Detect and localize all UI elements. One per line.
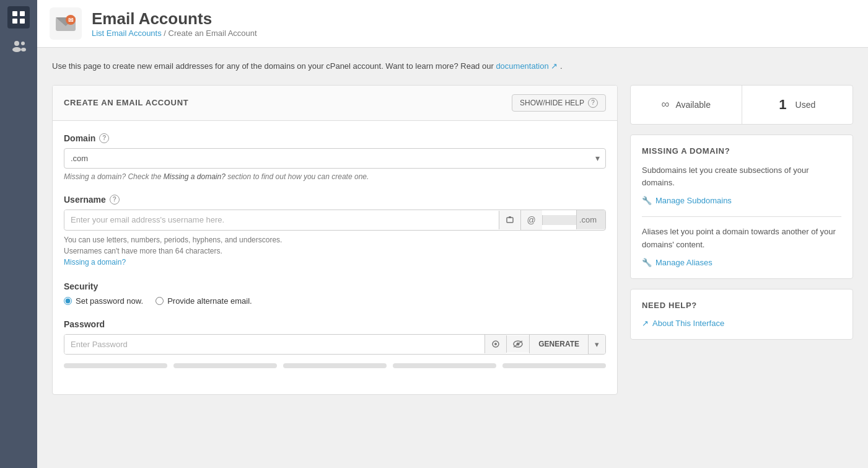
- breadcrumb: List Email Accounts / Create an Email Ac…: [92, 29, 257, 38]
- strength-bar-5: [502, 363, 606, 368]
- domain-select[interactable]: .com: [64, 148, 606, 169]
- at-symbol: @: [520, 210, 542, 230]
- domain-select-wrapper: .com: [64, 148, 606, 169]
- aliases-text: Aliases let you point a domain towards a…: [642, 226, 841, 252]
- domain-hint: Missing a domain? Check the Missing a do…: [64, 172, 606, 181]
- username-input[interactable]: [64, 210, 499, 229]
- show-hide-help-button[interactable]: SHOW/HIDE HELP ?: [512, 94, 606, 112]
- username-domain-suffix: [542, 215, 576, 225]
- stats-card: ∞ Available 1 Used: [630, 85, 853, 125]
- sidebar: [0, 0, 37, 468]
- security-group: Security Set password now. Provide alter…: [64, 281, 606, 306]
- used-stat: 1 Used: [742, 86, 853, 124]
- strength-bar-2: [173, 363, 277, 368]
- intro-paragraph: Use this page to create new email addres…: [52, 60, 853, 73]
- svg-point-4: [14, 41, 19, 46]
- password-strength-icon-button[interactable]: [484, 335, 506, 353]
- strength-bar-3: [283, 363, 387, 368]
- used-label: Used: [796, 100, 816, 110]
- right-sidebar: ∞ Available 1 Used MISSING A DOMAIN? Sub…: [630, 85, 853, 340]
- svg-rect-12: [507, 218, 513, 223]
- svg-point-15: [494, 343, 497, 345]
- available-stat: ∞ Available: [631, 86, 742, 124]
- manage-aliases-link[interactable]: 🔧 Manage Aliases: [642, 258, 841, 267]
- page-header-icon: ✉: [50, 7, 82, 40]
- generate-dropdown-button[interactable]: ▾: [588, 335, 605, 354]
- need-help-title: NEED HELP?: [642, 301, 841, 310]
- subdomains-text: Subdomains let you create subsections of…: [642, 164, 841, 190]
- svg-rect-13: [509, 216, 511, 218]
- breadcrumb-current: Create an Email Account: [169, 29, 257, 38]
- page-header: ✉ Email Accounts List Email Accounts / C…: [37, 0, 868, 48]
- main-content: ✉ Email Accounts List Email Accounts / C…: [37, 0, 868, 468]
- radio-set-password-option[interactable]: Set password now.: [64, 296, 143, 306]
- divider: [642, 216, 841, 217]
- create-email-panel: CREATE AN EMAIL ACCOUNT SHOW/HIDE HELP ?…: [52, 85, 618, 395]
- strength-bar-1: [64, 363, 167, 368]
- breadcrumb-link[interactable]: List Email Accounts: [92, 29, 162, 38]
- missing-domain-card: MISSING A DOMAIN? Subdomains let you cre…: [630, 135, 853, 279]
- content-area: Use this page to create new email addres…: [37, 48, 868, 468]
- header-text: Email Accounts List Email Accounts / Cre…: [92, 9, 257, 38]
- svg-rect-1: [20, 11, 25, 16]
- documentation-link[interactable]: documentation ↗: [496, 61, 560, 71]
- password-input[interactable]: [64, 335, 484, 354]
- username-row: @ .com: [64, 210, 606, 231]
- password-strength-bars: [64, 363, 606, 368]
- password-group: Password: [64, 319, 606, 368]
- missing-domain-link[interactable]: Missing a domain?: [64, 258, 126, 267]
- domain-label: Domain ?: [64, 133, 606, 143]
- svg-rect-2: [12, 19, 17, 24]
- radio-alternate-email-option[interactable]: Provide alternate email.: [156, 296, 252, 306]
- username-group: Username ?: [64, 195, 606, 268]
- content-grid: CREATE AN EMAIL ACCOUNT SHOW/HIDE HELP ?…: [52, 85, 853, 395]
- missing-domain-title: MISSING A DOMAIN?: [642, 146, 841, 156]
- form-body: Domain ? .com Missing a domain? Check th…: [53, 121, 617, 394]
- security-label: Security: [64, 281, 606, 291]
- about-interface-link[interactable]: ↗ About This Interface: [642, 319, 841, 328]
- svg-point-5: [12, 47, 21, 52]
- security-options: Set password now. Provide alternate emai…: [64, 296, 606, 306]
- external-link-icon: ↗: [642, 319, 649, 328]
- password-visibility-toggle[interactable]: [506, 335, 529, 353]
- available-label: Available: [675, 100, 711, 110]
- domain-group: Domain ? .com Missing a domain? Check th…: [64, 133, 606, 181]
- radio-alternate-email[interactable]: [156, 297, 164, 305]
- domain-help-icon[interactable]: ?: [99, 133, 109, 143]
- svg-point-6: [21, 42, 25, 45]
- password-label: Password: [64, 319, 606, 329]
- username-com-suffix: .com: [576, 210, 605, 229]
- sidebar-item-users[interactable]: [7, 35, 30, 57]
- radio-set-password[interactable]: [64, 297, 72, 305]
- strength-bar-4: [393, 363, 496, 368]
- username-generate-icon-button[interactable]: [499, 211, 520, 229]
- infinity-icon: ∞: [662, 98, 670, 111]
- wrench-icon-aliases: 🔧: [642, 258, 652, 267]
- username-help-icon[interactable]: ?: [110, 195, 120, 205]
- need-help-card: NEED HELP? ↗ About This Interface: [630, 289, 853, 340]
- svg-rect-3: [20, 19, 25, 24]
- question-icon: ?: [588, 98, 598, 108]
- form-panel-title: CREATE AN EMAIL ACCOUNT: [64, 98, 188, 107]
- breadcrumb-separator: /: [164, 29, 166, 38]
- form-panel-header: CREATE AN EMAIL ACCOUNT SHOW/HIDE HELP ?: [53, 86, 617, 121]
- manage-subdomains-link[interactable]: 🔧 Manage Subdomains: [642, 196, 841, 205]
- generate-password-button[interactable]: GENERATE: [529, 335, 588, 353]
- username-label: Username ?: [64, 195, 606, 205]
- svg-rect-0: [12, 11, 17, 16]
- page-title: Email Accounts: [92, 9, 257, 29]
- password-row: GENERATE ▾: [64, 334, 606, 355]
- wrench-icon-subdomains: 🔧: [642, 196, 652, 205]
- username-note: You can use letters, numbers, periods, h…: [64, 234, 606, 268]
- sidebar-item-apps[interactable]: [7, 6, 30, 29]
- svg-point-7: [21, 48, 26, 51]
- svg-text:✉: ✉: [68, 17, 74, 24]
- used-count: 1: [779, 97, 786, 113]
